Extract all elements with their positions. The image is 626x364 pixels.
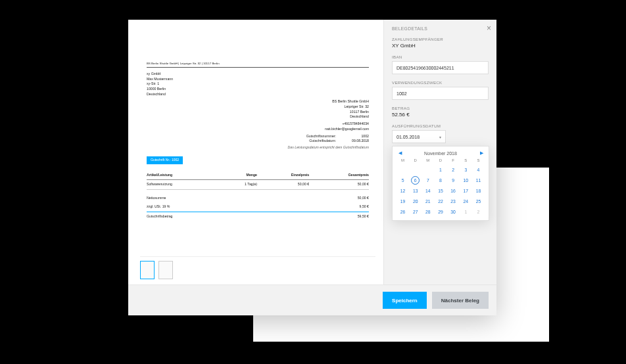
- thumbnail-page-1[interactable]: [140, 261, 155, 279]
- payee-label: ZAHLUNGSEMPFÄNGER: [392, 37, 489, 41]
- calendar-day[interactable]: 17: [460, 187, 472, 195]
- execdate-label: AUSFÜHRUNGSDATUM: [392, 124, 489, 128]
- doc-meta-date: Gutschriftsdatum: 09.08.2018: [147, 139, 369, 144]
- purpose-input[interactable]: [392, 87, 489, 100]
- calendar-next-icon[interactable]: ▶: [478, 150, 485, 156]
- summary-gross: Gutschriftsbetrag 59,50 €: [147, 212, 369, 221]
- page-thumbnails: [140, 256, 375, 279]
- summary-vat: zzgl. USt. 19 % 9,50 €: [147, 202, 369, 212]
- iban-input[interactable]: [392, 61, 489, 74]
- calendar-day[interactable]: 1: [434, 166, 446, 174]
- details-sidebar: × BELEGDETAILS ZAHLUNGSEMPFÄNGER XY GmbH…: [383, 20, 496, 284]
- thumbnail-page-2[interactable]: [158, 261, 173, 279]
- execdate-input[interactable]: 01.05.2018 ▾: [392, 130, 446, 143]
- calendar-day[interactable]: 5: [397, 176, 409, 185]
- calendar-day[interactable]: 20: [409, 197, 421, 206]
- calendar-grid: MDMDFSS123456789101112131415161718192021…: [397, 158, 485, 216]
- calendar-day[interactable]: 12: [397, 187, 409, 195]
- next-receipt-button[interactable]: Nächster Beleg: [432, 292, 489, 309]
- calendar-day[interactable]: 2: [472, 208, 485, 216]
- calendar-day[interactable]: 9: [447, 176, 460, 185]
- calendar-title: November 2018: [424, 151, 457, 156]
- calendar-day[interactable]: 14: [421, 187, 434, 195]
- calendar-day[interactable]: 26: [397, 208, 409, 216]
- calendar-day[interactable]: 13: [409, 187, 421, 195]
- calendar-day[interactable]: 19: [397, 197, 409, 206]
- sidebar-title: BELEGDETAILS: [392, 26, 489, 31]
- calendar-day[interactable]: 18: [472, 187, 485, 195]
- calendar-day[interactable]: 22: [434, 197, 446, 206]
- calendar-day: [421, 166, 434, 174]
- calendar-day[interactable]: 2: [447, 166, 460, 174]
- calendar-day[interactable]: 21: [421, 197, 434, 206]
- recipient-address: xy GmbH Max Mustermann xy-Str. 1 10000 B…: [147, 72, 369, 97]
- line-items-table: Artikel/Leistung Menge Einzelpreis Gesam…: [147, 171, 369, 221]
- close-icon[interactable]: ×: [487, 24, 491, 33]
- payee-value: XY GmbH: [392, 43, 489, 49]
- calendar-dow: S: [472, 158, 485, 164]
- calendar-day[interactable]: 3: [460, 166, 472, 174]
- sender-address: BS Berlin Shuttle GmbH Leipziger Str. 32…: [147, 99, 369, 132]
- calendar-day[interactable]: 27: [409, 208, 421, 216]
- calendar-day[interactable]: 29: [434, 208, 446, 216]
- calendar-day[interactable]: 25: [472, 197, 485, 206]
- doc-meta-note: Das Leistungsdatum entspricht dem Gutsch…: [147, 145, 369, 150]
- calendar-dow: M: [421, 158, 434, 164]
- calendar-day[interactable]: 8: [434, 176, 446, 185]
- receipt-dialog: BS Berlin Shuttle GmbH | Leipziger Str. …: [128, 20, 496, 315]
- summary-net: Nettosumme 50,00 €: [147, 194, 369, 203]
- doc-sender-line: BS Berlin Shuttle GmbH | Leipziger Str. …: [147, 62, 369, 68]
- calendar-day[interactable]: 24: [460, 197, 472, 206]
- calendar-dow: S: [460, 158, 472, 164]
- chevron-down-icon: ▾: [439, 135, 441, 139]
- dialog-footer: Speichern Nächster Beleg: [128, 284, 496, 315]
- doc-meta-number: Gutschriftsnummer: 1002: [147, 134, 369, 139]
- calendar-dow: D: [409, 158, 421, 164]
- table-row: Softwarenutzung 1 Tag(e) 50,00 € 50,00 €: [147, 180, 369, 190]
- calendar-day[interactable]: 28: [421, 208, 434, 216]
- calendar-dow: D: [434, 158, 446, 164]
- date-picker: ◀ November 2018 ▶ MDMDFSS123456789101112…: [392, 146, 489, 221]
- calendar-dow: M: [397, 158, 409, 164]
- calendar-day[interactable]: 30: [447, 208, 460, 216]
- document-preview: BS Berlin Shuttle GmbH | Leipziger Str. …: [140, 32, 375, 254]
- iban-label: IBAN: [392, 55, 489, 59]
- calendar-day[interactable]: 1: [460, 208, 472, 216]
- calendar-day[interactable]: 7: [421, 176, 434, 185]
- amount-value: 52.56 €: [392, 112, 489, 118]
- calendar-day[interactable]: 16: [447, 187, 460, 195]
- calendar-day: [397, 166, 409, 174]
- calendar-day[interactable]: 10: [460, 176, 472, 185]
- credit-note-badge: Gutschrift Nr.: 1002: [147, 156, 183, 164]
- calendar-day[interactable]: 15: [434, 187, 446, 195]
- calendar-day[interactable]: 23: [447, 197, 460, 206]
- purpose-label: VERWENDUNGSZWECK: [392, 80, 489, 85]
- save-button[interactable]: Speichern: [383, 292, 427, 309]
- calendar-day: [409, 166, 421, 174]
- calendar-day[interactable]: 6: [411, 176, 420, 185]
- amount-label: BETRAG: [392, 106, 489, 110]
- calendar-day[interactable]: 4: [472, 166, 485, 174]
- document-preview-pane: BS Berlin Shuttle GmbH | Leipziger Str. …: [128, 20, 383, 284]
- calendar-dow: F: [447, 158, 460, 164]
- calendar-day[interactable]: 11: [472, 176, 485, 185]
- calendar-prev-icon[interactable]: ◀: [397, 150, 403, 156]
